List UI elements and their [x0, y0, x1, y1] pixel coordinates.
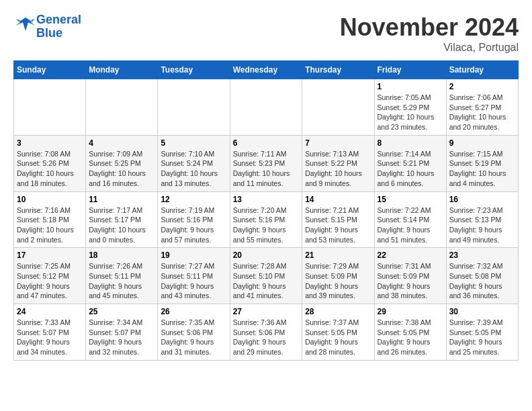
day-info: Sunrise: 7:22 AM Sunset: 5:14 PM Dayligh…	[378, 205, 443, 245]
weekday-header-friday: Friday	[374, 61, 446, 79]
calendar-cell: 27Sunrise: 7:36 AM Sunset: 5:06 PM Dayli…	[230, 304, 302, 361]
calendar-cell: 26Sunrise: 7:35 AM Sunset: 5:06 PM Dayli…	[158, 304, 230, 361]
day-info: Sunrise: 7:10 AM Sunset: 5:24 PM Dayligh…	[161, 149, 226, 189]
day-number: 20	[233, 250, 300, 260]
day-number: 25	[89, 307, 154, 316]
calendar-week-0: 1Sunrise: 7:05 AM Sunset: 5:29 PM Daylig…	[14, 79, 519, 136]
location: Vilaca, Portugal	[340, 42, 519, 54]
calendar-cell	[230, 79, 302, 136]
calendar-cell	[14, 79, 86, 136]
month-title: November 2024	[340, 13, 519, 42]
calendar-week-3: 17Sunrise: 7:25 AM Sunset: 5:12 PM Dayli…	[14, 248, 519, 304]
calendar-cell: 28Sunrise: 7:37 AM Sunset: 5:05 PM Dayli…	[302, 304, 374, 361]
day-info: Sunrise: 7:27 AM Sunset: 5:11 PM Dayligh…	[161, 261, 226, 301]
day-number: 24	[17, 307, 83, 316]
weekday-header-thursday: Thursday	[302, 61, 374, 79]
day-info: Sunrise: 7:09 AM Sunset: 5:25 PM Dayligh…	[89, 149, 154, 189]
calendar-cell: 4Sunrise: 7:09 AM Sunset: 5:25 PM Daylig…	[86, 135, 158, 191]
svg-marker-0	[16, 17, 36, 31]
calendar-cell: 14Sunrise: 7:21 AM Sunset: 5:15 PM Dayli…	[302, 191, 374, 248]
day-number: 1	[378, 82, 443, 91]
calendar-cell: 21Sunrise: 7:29 AM Sunset: 5:09 PM Dayli…	[302, 248, 374, 304]
day-info: Sunrise: 7:16 AM Sunset: 5:18 PM Dayligh…	[17, 205, 83, 245]
calendar-week-1: 3Sunrise: 7:08 AM Sunset: 5:26 PM Daylig…	[14, 135, 519, 191]
calendar-cell: 3Sunrise: 7:08 AM Sunset: 5:26 PM Daylig…	[14, 135, 86, 191]
day-info: Sunrise: 7:38 AM Sunset: 5:05 PM Dayligh…	[378, 318, 443, 357]
day-info: Sunrise: 7:36 AM Sunset: 5:06 PM Dayligh…	[233, 318, 300, 357]
day-info: Sunrise: 7:21 AM Sunset: 5:15 PM Dayligh…	[305, 205, 371, 245]
day-info: Sunrise: 7:34 AM Sunset: 5:07 PM Dayligh…	[89, 318, 154, 357]
day-number: 16	[449, 195, 515, 204]
day-number: 30	[449, 307, 515, 316]
calendar-cell: 16Sunrise: 7:23 AM Sunset: 5:13 PM Dayli…	[446, 191, 518, 248]
day-info: Sunrise: 7:28 AM Sunset: 5:10 PM Dayligh…	[233, 261, 300, 301]
calendar-cell: 11Sunrise: 7:17 AM Sunset: 5:17 PM Dayli…	[86, 191, 158, 248]
day-number: 29	[378, 307, 443, 316]
calendar-cell: 5Sunrise: 7:10 AM Sunset: 5:24 PM Daylig…	[158, 135, 230, 191]
calendar-week-2: 10Sunrise: 7:16 AM Sunset: 5:18 PM Dayli…	[14, 191, 519, 248]
calendar-cell: 7Sunrise: 7:13 AM Sunset: 5:22 PM Daylig…	[302, 135, 374, 191]
calendar-cell: 9Sunrise: 7:15 AM Sunset: 5:19 PM Daylig…	[446, 135, 518, 191]
day-info: Sunrise: 7:35 AM Sunset: 5:06 PM Dayligh…	[161, 318, 226, 357]
day-number: 8	[378, 138, 443, 148]
day-info: Sunrise: 7:29 AM Sunset: 5:09 PM Dayligh…	[305, 261, 371, 301]
logo-icon	[15, 15, 36, 36]
calendar-cell: 20Sunrise: 7:28 AM Sunset: 5:10 PM Dayli…	[230, 248, 302, 304]
day-number: 7	[305, 138, 371, 148]
day-info: Sunrise: 7:23 AM Sunset: 5:13 PM Dayligh…	[449, 205, 515, 245]
day-number: 6	[233, 138, 300, 148]
calendar-table: SundayMondayTuesdayWednesdayThursdayFrid…	[13, 60, 519, 361]
day-info: Sunrise: 7:14 AM Sunset: 5:21 PM Dayligh…	[378, 149, 443, 189]
weekday-header-tuesday: Tuesday	[158, 61, 230, 79]
day-info: Sunrise: 7:17 AM Sunset: 5:17 PM Dayligh…	[89, 205, 154, 245]
weekday-header-monday: Monday	[86, 61, 158, 79]
calendar-cell: 13Sunrise: 7:20 AM Sunset: 5:16 PM Dayli…	[230, 191, 302, 248]
day-number: 17	[17, 250, 83, 260]
calendar-cell: 18Sunrise: 7:26 AM Sunset: 5:11 PM Dayli…	[86, 248, 158, 304]
day-number: 3	[17, 138, 83, 148]
calendar-cell: 1Sunrise: 7:05 AM Sunset: 5:29 PM Daylig…	[374, 79, 446, 136]
weekday-header-sunday: Sunday	[14, 61, 86, 79]
day-info: Sunrise: 7:08 AM Sunset: 5:26 PM Dayligh…	[17, 149, 83, 189]
day-info: Sunrise: 7:32 AM Sunset: 5:08 PM Dayligh…	[449, 261, 515, 301]
calendar-cell	[302, 79, 374, 136]
day-number: 22	[378, 250, 443, 260]
weekday-header-wednesday: Wednesday	[230, 61, 302, 79]
day-info: Sunrise: 7:26 AM Sunset: 5:11 PM Dayligh…	[89, 261, 154, 301]
day-number: 27	[233, 307, 300, 316]
day-number: 14	[305, 195, 371, 204]
day-number: 11	[89, 195, 154, 204]
calendar-cell: 25Sunrise: 7:34 AM Sunset: 5:07 PM Dayli…	[86, 304, 158, 361]
calendar-cell: 24Sunrise: 7:33 AM Sunset: 5:07 PM Dayli…	[14, 304, 86, 361]
day-number: 2	[449, 82, 515, 91]
day-info: Sunrise: 7:11 AM Sunset: 5:23 PM Dayligh…	[233, 149, 300, 189]
calendar-cell: 15Sunrise: 7:22 AM Sunset: 5:14 PM Dayli…	[374, 191, 446, 248]
calendar-body: 1Sunrise: 7:05 AM Sunset: 5:29 PM Daylig…	[14, 79, 519, 361]
calendar-cell: 10Sunrise: 7:16 AM Sunset: 5:18 PM Dayli…	[14, 191, 86, 248]
day-info: Sunrise: 7:20 AM Sunset: 5:16 PM Dayligh…	[233, 205, 300, 245]
day-number: 26	[161, 307, 226, 316]
day-info: Sunrise: 7:33 AM Sunset: 5:07 PM Dayligh…	[17, 318, 83, 357]
day-number: 12	[161, 195, 226, 204]
day-number: 21	[305, 250, 371, 260]
page-header: General Blue November 2024 Vilaca, Portu…	[13, 13, 519, 54]
calendar-header-row: SundayMondayTuesdayWednesdayThursdayFrid…	[14, 61, 519, 79]
day-number: 5	[161, 138, 226, 148]
day-number: 15	[378, 195, 443, 204]
day-number: 10	[17, 195, 83, 204]
calendar-week-4: 24Sunrise: 7:33 AM Sunset: 5:07 PM Dayli…	[14, 304, 519, 361]
logo: General Blue	[13, 13, 81, 40]
calendar-cell: 6Sunrise: 7:11 AM Sunset: 5:23 PM Daylig…	[230, 135, 302, 191]
calendar-cell: 23Sunrise: 7:32 AM Sunset: 5:08 PM Dayli…	[446, 248, 518, 304]
day-number: 13	[233, 195, 300, 204]
calendar-cell: 29Sunrise: 7:38 AM Sunset: 5:05 PM Dayli…	[374, 304, 446, 361]
day-info: Sunrise: 7:19 AM Sunset: 5:16 PM Dayligh…	[161, 205, 226, 245]
calendar-cell: 12Sunrise: 7:19 AM Sunset: 5:16 PM Dayli…	[158, 191, 230, 248]
day-number: 4	[89, 138, 154, 148]
calendar-cell	[158, 79, 230, 136]
logo-text: General Blue	[36, 13, 81, 40]
day-info: Sunrise: 7:39 AM Sunset: 5:05 PM Dayligh…	[449, 318, 515, 357]
day-number: 23	[449, 250, 515, 260]
day-number: 9	[449, 138, 515, 148]
day-info: Sunrise: 7:13 AM Sunset: 5:22 PM Dayligh…	[305, 149, 371, 189]
